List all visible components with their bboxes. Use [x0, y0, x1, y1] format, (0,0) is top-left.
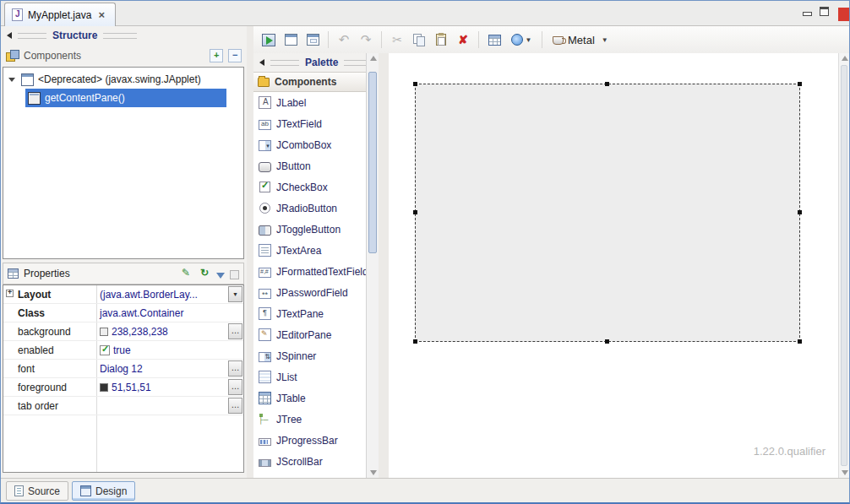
- property-value[interactable]: Dialog 12: [96, 360, 243, 377]
- select-window-button[interactable]: [302, 30, 323, 50]
- header-decoration: [18, 33, 46, 39]
- show-advanced-properties-icon[interactable]: [216, 273, 225, 279]
- collapse-all-icon[interactable]: [228, 49, 242, 62]
- expand-all-icon[interactable]: [210, 49, 223, 62]
- property-row[interactable]: tab order: [3, 397, 243, 415]
- palette-item[interactable]: JRadioButton: [253, 198, 366, 219]
- copy-button[interactable]: [409, 30, 429, 50]
- property-value[interactable]: (java.awt.BorderLay...: [96, 285, 243, 303]
- canvas-scrollbar[interactable]: [838, 53, 849, 478]
- jlist-icon: [259, 371, 271, 383]
- resize-handle[interactable]: [798, 82, 802, 86]
- paste-button[interactable]: [431, 30, 451, 50]
- view-tab[interactable]: Source: [6, 481, 68, 501]
- undo-button[interactable]: [334, 30, 354, 50]
- palette-item[interactable]: JProgressBar: [253, 430, 366, 451]
- design-canvas[interactable]: 1.22.0.qualifier: [389, 53, 849, 478]
- vertical-sash[interactable]: [379, 53, 389, 478]
- palette-item[interactable]: JSeparator: [253, 472, 366, 478]
- cut-button[interactable]: [387, 30, 407, 50]
- scroll-down-icon[interactable]: [842, 470, 848, 475]
- resize-handle[interactable]: [798, 210, 802, 214]
- component-tree[interactable]: <Deprecated> (javax.swing.JApplet) getCo…: [3, 67, 244, 259]
- palette-item[interactable]: JEditorPane: [253, 324, 366, 345]
- property-value[interactable]: 51,51,51: [96, 378, 243, 396]
- property-value[interactable]: 238,238,238: [96, 322, 243, 340]
- scrollbar-thumb[interactable]: [841, 65, 847, 466]
- tree-item[interactable]: <Deprecated> (javax.swing.JApplet): [3, 70, 243, 89]
- delete-button[interactable]: [453, 30, 473, 50]
- test-button[interactable]: [259, 30, 279, 50]
- property-row[interactable]: font Dialog 12: [3, 360, 243, 378]
- value-editor-button[interactable]: [228, 379, 242, 395]
- resize-handle[interactable]: [413, 82, 417, 86]
- value-editor-button[interactable]: [228, 360, 242, 377]
- close-tab-icon[interactable]: ×: [98, 9, 105, 20]
- value-editor-button[interactable]: [228, 398, 242, 414]
- collapse-panel-icon[interactable]: [259, 59, 264, 66]
- property-name: background: [3, 322, 96, 340]
- redo-button[interactable]: [356, 30, 376, 50]
- resize-handle[interactable]: [798, 339, 802, 344]
- resize-handle[interactable]: [413, 210, 417, 214]
- japplet-design-surface[interactable]: [415, 84, 800, 342]
- palette-item[interactable]: JFormattedTextField: [253, 261, 366, 282]
- property-row[interactable]: background 238,238,238: [3, 322, 243, 341]
- jeditorpane-icon: [259, 328, 271, 341]
- scroll-up-icon[interactable]: [842, 56, 848, 61]
- maximize-icon[interactable]: [820, 7, 829, 16]
- palette-item[interactable]: JToggleButton: [253, 219, 366, 240]
- jspinner-icon: [259, 352, 271, 362]
- tree-item[interactable]: getContentPane(): [25, 89, 226, 107]
- property-row[interactable]: Layout (java.awt.BorderLay...: [3, 285, 243, 304]
- palette-scrollbar[interactable]: [366, 53, 379, 478]
- preview-window-button[interactable]: [281, 30, 301, 50]
- property-row[interactable]: enabled true: [3, 341, 243, 360]
- palette-item[interactable]: JTree: [253, 409, 366, 430]
- palette-item[interactable]: JLabel: [253, 92, 366, 113]
- palette-item[interactable]: JTextPane: [253, 303, 366, 324]
- property-value[interactable]: [96, 397, 243, 415]
- palette-item[interactable]: JList: [253, 366, 366, 387]
- palette-item[interactable]: JSpinner: [253, 345, 366, 366]
- expand-property-icon[interactable]: [6, 290, 14, 297]
- palette-category-components[interactable]: Components: [253, 72, 379, 92]
- value-editor-button[interactable]: [228, 323, 242, 339]
- minimize-icon[interactable]: [803, 8, 812, 17]
- restore-default-icon[interactable]: [230, 270, 239, 279]
- scroll-up-icon[interactable]: [370, 56, 377, 61]
- palette-item[interactable]: JCheckBox: [253, 176, 366, 198]
- property-value[interactable]: java.awt.Container: [96, 304, 243, 322]
- vertical-sash[interactable]: [247, 26, 253, 478]
- palette-item[interactable]: JScrollBar: [253, 451, 366, 472]
- palette-item[interactable]: JTextArea: [253, 240, 366, 261]
- palette-item[interactable]: JButton: [253, 155, 366, 176]
- resize-handle[interactable]: [605, 339, 609, 344]
- locale-button[interactable]: ▼: [506, 30, 537, 50]
- palette-item[interactable]: JTable: [253, 387, 366, 409]
- resize-handle[interactable]: [413, 339, 417, 344]
- palette-item[interactable]: JTextField: [253, 113, 366, 134]
- property-row[interactable]: foreground 51,51,51: [3, 378, 243, 397]
- scroll-down-icon[interactable]: [370, 470, 377, 475]
- view-tab[interactable]: Design: [72, 481, 135, 501]
- checkbox-icon[interactable]: [100, 345, 110, 355]
- value-editor-button[interactable]: [228, 286, 242, 302]
- property-row[interactable]: Class java.awt.Container: [3, 304, 243, 322]
- scrollbar-thumb[interactable]: [368, 72, 377, 253]
- components-label: Components: [24, 50, 81, 62]
- palette-item-label: JButton: [276, 160, 311, 172]
- look-and-feel-select[interactable]: Metal ▼: [548, 32, 613, 48]
- goto-definition-icon[interactable]: [198, 267, 211, 280]
- tree-expander-icon[interactable]: [8, 78, 15, 82]
- grid-button[interactable]: [484, 30, 504, 50]
- editor-tab[interactable]: MyApplet.java ×: [4, 3, 116, 26]
- version-label: 1.22.0.qualifier: [754, 445, 825, 458]
- palette-item[interactable]: JPasswordField: [253, 282, 366, 303]
- property-value[interactable]: true: [96, 341, 243, 359]
- palette-panel: Palette Components JLabel JTextField: [253, 53, 379, 478]
- palette-item[interactable]: JComboBox: [253, 134, 366, 155]
- show-events-icon[interactable]: [179, 267, 193, 280]
- collapse-panel-icon[interactable]: [7, 32, 12, 39]
- resize-handle[interactable]: [605, 82, 609, 86]
